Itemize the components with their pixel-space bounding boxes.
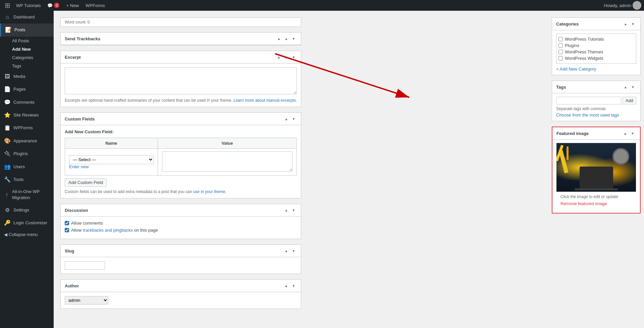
custom-fields-body: Add New Custom Field: Name Value [61, 125, 301, 198]
topbar-comments[interactable]: 💬 0 [45, 0, 62, 11]
user-avatar-icon [633, 1, 641, 10]
author-body: admin [61, 292, 301, 309]
discussion-down-btn[interactable]: ▼ [290, 207, 297, 214]
tags-panel-header[interactable]: Tags ▲ ▼ [552, 81, 640, 93]
author-title: Author [65, 283, 283, 288]
sidebar-item-categories[interactable]: Categories [12, 53, 54, 62]
excerpt-up-btn[interactable]: ▲ [283, 54, 289, 60]
featured-image-up-btn[interactable]: ▲ [622, 130, 629, 137]
slug-up-btn[interactable]: ▲ [283, 247, 289, 254]
categories-down-btn[interactable]: ▼ [630, 20, 636, 27]
cf-enter-new-link[interactable]: Enter new [69, 164, 89, 169]
add-new-category-link[interactable]: + Add New Category [556, 66, 596, 72]
topbar-new[interactable]: + New [63, 0, 82, 11]
categories-panel-controls: ▲ ▼ [622, 20, 636, 27]
allow-trackbacks-checkbox[interactable] [65, 228, 69, 232]
sidebar-item-all-posts[interactable]: All Posts [12, 37, 54, 45]
category-checkbox-plugins[interactable] [558, 43, 563, 48]
tags-down-btn[interactable]: ▼ [630, 84, 636, 90]
discussion-title: Discussion [65, 208, 283, 213]
excerpt-collapse-btn[interactable]: ▲ [275, 54, 282, 60]
tools-icon: 🔧 [4, 176, 11, 183]
excerpt-down-btn[interactable]: ▼ [290, 54, 297, 60]
custom-fields-table: Name Value — Select — [65, 138, 297, 176]
send-trackbacks-collapse-btn[interactable]: ▲ [275, 35, 282, 42]
topbar-site-name[interactable]: WP Tutorials [13, 0, 43, 11]
featured-image-header[interactable]: Featured image ▲ ▼ [552, 127, 640, 140]
discussion-header[interactable]: Discussion ▲ ▼ [61, 204, 301, 217]
sidebar-item-comments[interactable]: 💬 Comments [0, 96, 54, 109]
cf-value-textarea[interactable] [162, 151, 293, 172]
slug-header[interactable]: Slug ▲ ▼ [61, 245, 301, 257]
custom-fields-down-btn[interactable]: ▼ [290, 115, 297, 122]
featured-image-down-btn[interactable]: ▼ [629, 130, 636, 137]
sidebar-item-add-new[interactable]: Add New [12, 45, 54, 53]
posts-submenu: All Posts Add New Categories Tags [0, 37, 54, 70]
sidebar-item-media[interactable]: 🖼 Media [0, 70, 54, 83]
send-trackbacks-header[interactable]: Send Trackbacks ▲ ▲ ▼ [61, 33, 301, 45]
discussion-metabox: Discussion ▲ ▼ Allow comments Allow [60, 204, 301, 239]
cf-select-dropdown[interactable]: — Select — [69, 155, 154, 164]
excerpt-textarea[interactable] [65, 67, 297, 94]
sidebar-item-settings[interactable]: ⚙ Settings [0, 204, 54, 217]
sidebar-collapse-button[interactable]: ◀ Collapse menu [0, 229, 54, 240]
sidebar-item-appearance[interactable]: 🎨 Appearance [0, 135, 54, 147]
sidebar-item-posts[interactable]: 📝 Posts [0, 24, 54, 36]
send-trackbacks-down-btn[interactable]: ▼ [290, 35, 297, 42]
category-checkbox-wp-themes[interactable] [558, 50, 563, 54]
tool-decoration-2 [612, 148, 629, 165]
sidebar-item-dashboard[interactable]: ⌂ Dashboard [0, 11, 54, 24]
sidebar-item-pages[interactable]: 📄 Pages [0, 83, 54, 96]
sidebar-item-users[interactable]: 👥 Users [0, 160, 54, 173]
sidebar-item-tags[interactable]: Tags [12, 62, 54, 70]
featured-image-thumbnail[interactable] [556, 143, 636, 192]
tags-add-button[interactable]: Add [623, 97, 636, 104]
category-label-wp-tutorials: WordPress Tutorials [565, 37, 604, 42]
right-sidebar: Categories ▲ ▼ WordPress Tutorials [548, 11, 644, 328]
sidebar-item-site-reviews[interactable]: ⭐ Site Reviews [0, 109, 54, 122]
trackbacks-link[interactable]: trackbacks and pingbacks [83, 228, 133, 233]
author-up-btn[interactable]: ▲ [283, 282, 289, 289]
cf-name-col-header: Name [65, 138, 158, 149]
discussion-controls: ▲ ▼ [283, 207, 297, 214]
send-trackbacks-up-btn[interactable]: ▲ [283, 35, 289, 42]
tags-text-input[interactable] [556, 97, 621, 104]
allow-comments-checkbox[interactable] [65, 221, 69, 225]
allow-comments-label: Allow comments [71, 221, 103, 226]
sidebar-item-wpforms[interactable]: 📋 WPForms [0, 122, 54, 134]
sidebar-item-plugins[interactable]: 🔌 Plugins [0, 147, 54, 160]
sidebar-item-login-customizer[interactable]: 🔑 Login Customizer [0, 217, 54, 229]
settings-icon: ⚙ [4, 206, 11, 214]
author-header[interactable]: Author ▲ ▼ [61, 280, 301, 292]
author-controls: ▲ ▼ [283, 282, 297, 289]
discussion-up-btn[interactable]: ▲ [283, 207, 289, 214]
custom-fields-collapse-btn[interactable]: ▲ [283, 115, 289, 122]
posts-icon: 📝 [5, 26, 12, 34]
comment-count-badge: 0 [54, 3, 59, 8]
add-custom-field-button[interactable]: Add Custom Field [65, 178, 107, 187]
topbar-user-info: Howdy, admin [604, 1, 641, 10]
slug-down-btn[interactable]: ▼ [290, 247, 297, 254]
slug-input[interactable] [65, 261, 105, 270]
remove-featured-image-link[interactable]: Remove featured image [556, 201, 636, 209]
main-content-area: Word count: 0 Send Trackbacks ▲ ▲ ▼ Exce… [54, 11, 644, 328]
author-down-btn[interactable]: ▼ [290, 282, 297, 289]
tags-up-btn[interactable]: ▲ [622, 84, 629, 90]
category-checkbox-wp-tutorials[interactable] [558, 37, 563, 41]
admin-sidebar: ⌂ Dashboard 📝 Posts All Posts Add New Ca… [0, 11, 54, 328]
excerpt-header[interactable]: Excerpt ▲ ▲ ▼ [61, 51, 301, 63]
wp-logo-icon[interactable]: ⊞ [3, 0, 12, 11]
categories-panel-header[interactable]: Categories ▲ ▼ [552, 18, 640, 30]
plugins-icon: 🔌 [4, 150, 11, 157]
cf-use-in-theme-link[interactable]: use in your theme [193, 189, 225, 194]
sidebar-item-aio-migration[interactable]: ↑ All-in-One WP Migration [0, 186, 54, 203]
sidebar-item-tools[interactable]: 🔧 Tools [0, 173, 54, 186]
category-checkbox-wp-widgets[interactable] [558, 56, 563, 60]
categories-up-btn[interactable]: ▲ [622, 20, 629, 27]
excerpt-learn-more-link[interactable]: Learn more about manual excerpts. [233, 98, 297, 103]
author-select[interactable]: admin [65, 296, 108, 304]
topbar-wpforms[interactable]: WPForms [83, 0, 108, 11]
send-trackbacks-controls: ▲ ▲ ▼ [275, 35, 297, 42]
custom-fields-header[interactable]: Custom Fields ▲ ▼ [61, 113, 301, 125]
tags-choose-most-used-link[interactable]: Choose from the most used tags [556, 112, 619, 118]
